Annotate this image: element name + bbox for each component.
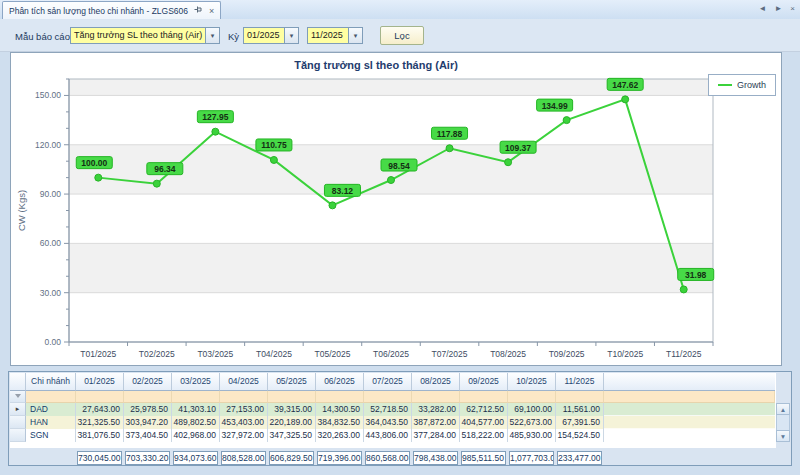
close-icon[interactable]: × <box>790 4 795 13</box>
data-point <box>505 159 512 166</box>
filter-cell[interactable] <box>412 391 460 403</box>
row-selector[interactable] <box>10 429 26 442</box>
table-cell[interactable]: 381,076.50 <box>76 429 124 442</box>
table-cell[interactable]: 67,391.50 <box>556 416 604 429</box>
pin-icon[interactable] <box>194 5 203 16</box>
chevron-down-icon[interactable]: ▾ <box>348 28 362 43</box>
scroll-right-icon[interactable]: ► <box>774 4 782 13</box>
table-cell[interactable]: 327,972.00 <box>220 429 268 442</box>
scroll-left-icon[interactable]: ◄ <box>758 4 766 13</box>
scroll-down-icon[interactable]: ▼ <box>776 430 790 442</box>
filter-cell[interactable] <box>364 391 412 403</box>
column-header[interactable]: 08/2025 <box>412 373 460 391</box>
period-to-combobox[interactable]: 11/2025 ▾ <box>307 27 363 44</box>
table-cell[interactable]: 404,577.00 <box>460 416 508 429</box>
table-cell[interactable]: 220,189.00 <box>268 416 316 429</box>
table-cell[interactable]: 402,968.00 <box>172 429 220 442</box>
table-cell[interactable]: 387,872.00 <box>412 416 460 429</box>
tab-active[interactable]: Phân tích sản lượng theo chi nhánh - ZLG… <box>2 1 221 19</box>
data-point <box>680 286 687 293</box>
column-header[interactable]: 04/2025 <box>220 373 268 391</box>
table-cell[interactable]: 485,930.00 <box>508 429 556 442</box>
column-header[interactable]: 05/2025 <box>268 373 316 391</box>
table-cell[interactable]: 443,806.00 <box>364 429 412 442</box>
table-cell[interactable]: 27,643.00 <box>76 403 124 416</box>
column-header[interactable]: 03/2025 <box>172 373 220 391</box>
column-header[interactable]: 01/2025 <box>76 373 124 391</box>
total-cell: 606,829.50 <box>269 451 314 465</box>
table-cell[interactable]: 518,222.00 <box>460 429 508 442</box>
table-cell[interactable]: 303,947.20 <box>124 416 172 429</box>
table-cell[interactable]: 41,303.10 <box>172 403 220 416</box>
table-cell[interactable]: 14,300.50 <box>316 403 364 416</box>
point-label: 83.12 <box>332 186 354 196</box>
row-name[interactable]: DAD <box>26 403 76 416</box>
table-cell[interactable]: 377,284.00 <box>412 429 460 442</box>
x-tick-label: T10/2025 <box>607 349 643 359</box>
table-cell[interactable]: 347,325.50 <box>268 429 316 442</box>
column-header[interactable]: 07/2025 <box>364 373 412 391</box>
row-selector-header[interactable] <box>10 373 26 391</box>
tab-title: Phân tích sản lượng theo chi nhánh - ZLG… <box>9 6 188 16</box>
filter-cell[interactable] <box>508 391 556 403</box>
report-template-combobox[interactable]: Tăng trưởng SL theo tháng (Air) ▾ <box>70 27 220 44</box>
filter-button[interactable]: Lọc <box>380 26 424 45</box>
column-header[interactable]: 02/2025 <box>124 373 172 391</box>
table-cell[interactable]: 52,718.50 <box>364 403 412 416</box>
tabstrip-controls: ◄ ► × <box>758 4 795 13</box>
chevron-down-icon[interactable]: ▾ <box>284 28 298 43</box>
data-point <box>212 128 219 135</box>
column-header[interactable]: 11/2025 <box>556 373 604 391</box>
table-cell[interactable]: 453,403.00 <box>220 416 268 429</box>
column-header[interactable]: 09/2025 <box>460 373 508 391</box>
plot-stripe <box>69 194 713 243</box>
table-cell[interactable]: 25,978.50 <box>124 403 172 416</box>
table-cell[interactable]: 62,712.50 <box>460 403 508 416</box>
column-header[interactable]: 06/2025 <box>316 373 364 391</box>
filter-cell[interactable] <box>268 391 316 403</box>
filter-cell[interactable] <box>220 391 268 403</box>
filter-cell[interactable] <box>26 391 76 403</box>
x-tick-label: T11/2025 <box>666 349 702 359</box>
period-from-combobox[interactable]: 01/2025 ▾ <box>243 27 299 44</box>
row-name[interactable]: SGN <box>26 429 76 442</box>
filter-cell[interactable] <box>556 391 604 403</box>
filter-row-selector[interactable] <box>10 391 26 403</box>
table-cell[interactable]: 154,524.50 <box>556 429 604 442</box>
data-point <box>329 202 336 209</box>
table-cell[interactable]: 489,802.50 <box>172 416 220 429</box>
filter-cell[interactable] <box>76 391 124 403</box>
column-header[interactable]: 10/2025 <box>508 373 556 391</box>
filter-cell[interactable] <box>172 391 220 403</box>
chart-legend[interactable]: Growth <box>708 74 776 96</box>
row-selector[interactable]: ▸ <box>10 403 26 416</box>
data-point <box>153 180 160 187</box>
column-header[interactable]: Chi nhánh <box>26 373 76 391</box>
total-cell: 860,568.00 <box>365 451 410 465</box>
chevron-down-icon[interactable]: ▾ <box>205 28 219 43</box>
row-name[interactable]: HAN <box>26 416 76 429</box>
table-cell[interactable]: 321,325.50 <box>76 416 124 429</box>
table-cell[interactable]: 69,100.00 <box>508 403 556 416</box>
table-cell[interactable]: 320,263.00 <box>316 429 364 442</box>
point-label: 110.75 <box>261 140 287 150</box>
scroll-up-icon[interactable]: ▲ <box>776 403 790 415</box>
total-cell: 798,438.00 <box>413 451 458 465</box>
table-cell[interactable]: 33,282.00 <box>412 403 460 416</box>
row-selector[interactable] <box>10 416 26 429</box>
table-cell[interactable]: 384,832.50 <box>316 416 364 429</box>
x-tick-label: T09/2025 <box>549 349 585 359</box>
table-cell[interactable]: 522,673.00 <box>508 416 556 429</box>
table-cell[interactable]: 11,561.00 <box>556 403 604 416</box>
filter-cell[interactable] <box>124 391 172 403</box>
filter-cell[interactable] <box>316 391 364 403</box>
total-cell: 808,528.00 <box>221 451 266 465</box>
table-cell[interactable]: 39,315.00 <box>268 403 316 416</box>
point-label: 109.37 <box>505 143 531 153</box>
filter-cell[interactable] <box>460 391 508 403</box>
tab-close-icon[interactable]: × <box>209 6 214 16</box>
table-cell[interactable]: 364,043.50 <box>364 416 412 429</box>
table-cell[interactable]: 27,153.00 <box>220 403 268 416</box>
table-panel: Chi nhánh01/202502/202503/202504/202505/… <box>8 371 792 466</box>
table-cell[interactable]: 373,404.50 <box>124 429 172 442</box>
